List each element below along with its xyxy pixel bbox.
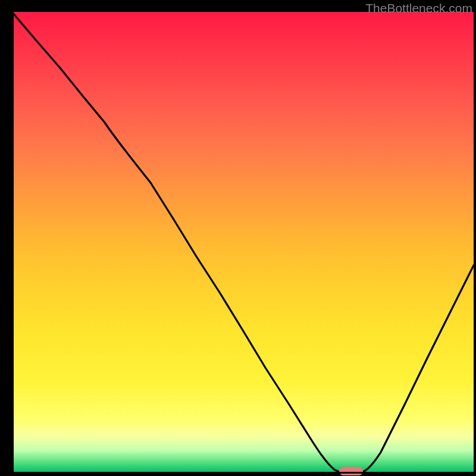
x-axis	[12, 472, 474, 474]
watermark-text: TheBottleneck.com	[365, 1, 472, 15]
y-axis	[12, 12, 14, 474]
bottleneck-curve	[12, 12, 474, 474]
optimal-zone-marker	[339, 467, 363, 475]
bottleneck-chart: TheBottleneck.com	[0, 0, 476, 476]
